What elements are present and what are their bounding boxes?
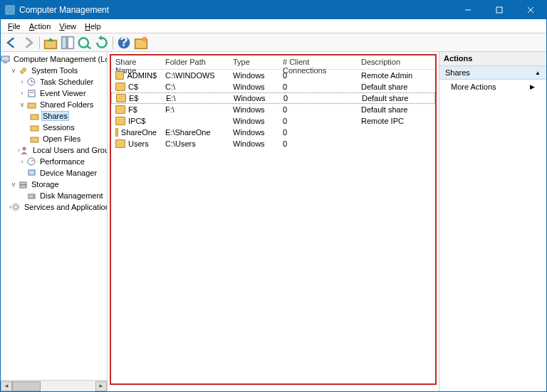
tree-disk-management[interactable]: Disk Management bbox=[1, 190, 107, 201]
tree-root[interactable]: Computer Management (Local bbox=[1, 53, 107, 65]
tree-services-apps[interactable]: › Services and Applications bbox=[1, 201, 107, 213]
scroll-track[interactable] bbox=[12, 381, 95, 391]
scroll-thumb[interactable] bbox=[12, 381, 41, 391]
tree-performance[interactable]: › Performance bbox=[1, 156, 107, 167]
tree-local-users-groups[interactable]: › Local Users and Groups bbox=[1, 144, 107, 156]
up-button[interactable] bbox=[43, 35, 58, 51]
help-button[interactable]: ? bbox=[116, 35, 132, 51]
col-type[interactable]: Type bbox=[229, 55, 278, 69]
svg-line-8 bbox=[87, 46, 90, 48]
openfiles-icon bbox=[29, 134, 39, 144]
expand-icon[interactable]: v bbox=[9, 66, 18, 75]
cell-conn: 0 bbox=[279, 94, 358, 102]
maximize-button[interactable] bbox=[484, 1, 515, 19]
actions-more-label: More Actions bbox=[451, 83, 496, 91]
actions-pane: Actions Shares ▲ More Actions ▶ bbox=[439, 52, 546, 391]
table-row[interactable]: E$E:\Windows0Default share bbox=[111, 92, 435, 104]
menu-view[interactable]: View bbox=[55, 21, 80, 32]
svg-rect-6 bbox=[68, 36, 73, 48]
actions-context[interactable]: Shares ▲ bbox=[439, 66, 546, 80]
svg-point-24 bbox=[23, 147, 26, 150]
new-share-button[interactable] bbox=[133, 35, 149, 51]
content-area: Computer Management (Local v System Tool… bbox=[1, 52, 546, 391]
svg-rect-13 bbox=[1, 56, 9, 61]
svg-rect-29 bbox=[20, 185, 26, 188]
cell-name: ShareOne bbox=[111, 128, 161, 137]
services-icon bbox=[11, 202, 21, 212]
storage-icon bbox=[18, 179, 28, 189]
svg-rect-14 bbox=[4, 62, 7, 63]
expand-icon[interactable]: v bbox=[9, 180, 18, 189]
menubar: File Action View Help bbox=[1, 19, 546, 33]
scroll-left-button[interactable]: ◄ bbox=[1, 381, 12, 391]
performance-icon bbox=[26, 157, 36, 166]
tree-open-files[interactable]: Open Files bbox=[1, 133, 107, 144]
svg-rect-23 bbox=[31, 137, 38, 142]
svg-rect-28 bbox=[20, 182, 26, 185]
shared-folder-icon bbox=[26, 100, 36, 110]
forward-button[interactable] bbox=[21, 35, 36, 51]
col-folder-path[interactable]: Folder Path bbox=[161, 55, 229, 69]
share-folder-icon bbox=[115, 105, 125, 114]
refresh-button[interactable] bbox=[94, 35, 110, 51]
actions-context-label: Shares bbox=[445, 68, 470, 77]
cell-desc: Default share bbox=[357, 83, 435, 91]
table-row[interactable]: ADMIN$C:\WINDOWSWindows0Remote Admin bbox=[111, 70, 435, 81]
expand-icon[interactable]: › bbox=[18, 78, 26, 86]
toolbar-separator bbox=[39, 36, 40, 49]
tree-scrollbar[interactable]: ◄ ► bbox=[1, 380, 107, 391]
share-folder-icon bbox=[115, 71, 124, 80]
svg-rect-21 bbox=[31, 115, 38, 120]
cell-desc: Remote IPC bbox=[357, 117, 435, 125]
menu-file[interactable]: File bbox=[4, 21, 25, 32]
cell-type: Windows bbox=[229, 94, 279, 102]
cell-name: F$ bbox=[111, 105, 161, 114]
cell-conn: 0 bbox=[278, 105, 357, 114]
menu-action[interactable]: Action bbox=[25, 21, 56, 32]
svg-rect-22 bbox=[31, 126, 38, 131]
show-hide-tree-button[interactable] bbox=[60, 35, 75, 51]
titlebar[interactable]: Computer Management bbox=[1, 1, 546, 19]
sessions-icon bbox=[29, 122, 39, 132]
table-row[interactable]: IPC$Windows0Remote IPC bbox=[111, 115, 435, 127]
back-button[interactable] bbox=[4, 35, 19, 51]
col-description[interactable]: Description bbox=[357, 55, 435, 69]
expand-icon[interactable]: › bbox=[18, 157, 26, 166]
tree-task-scheduler[interactable]: › Task Scheduler bbox=[1, 76, 107, 88]
list-header: Share Name Folder Path Type # Client Con… bbox=[111, 55, 435, 70]
svg-point-31 bbox=[33, 196, 34, 197]
scroll-right-button[interactable]: ► bbox=[95, 381, 107, 391]
list-highlight-frame: Share Name Folder Path Type # Client Con… bbox=[110, 54, 437, 385]
table-row[interactable]: C$C:\Windows0Default share bbox=[111, 81, 435, 92]
actions-more[interactable]: More Actions ▶ bbox=[439, 80, 546, 94]
table-row[interactable]: F$F:\Windows0Default share bbox=[111, 104, 435, 115]
col-share-name[interactable]: Share Name bbox=[111, 55, 161, 69]
tree-storage[interactable]: v Storage bbox=[1, 179, 107, 190]
table-row[interactable]: ShareOneE:\ShareOneWindows0 bbox=[111, 127, 435, 138]
tree-system-tools[interactable]: v System Tools bbox=[1, 65, 107, 76]
cell-path: C:\Users bbox=[161, 139, 229, 148]
cell-path: C:\WINDOWS bbox=[161, 71, 229, 80]
table-row[interactable]: UsersC:\UsersWindows0 bbox=[111, 138, 435, 149]
col-client-connections[interactable]: # Client Connections bbox=[278, 55, 357, 69]
cell-name: ADMIN$ bbox=[111, 71, 161, 80]
export-list-button[interactable] bbox=[77, 35, 93, 51]
tree-sessions[interactable]: Sessions bbox=[1, 122, 107, 133]
menu-help[interactable]: Help bbox=[80, 21, 105, 32]
users-icon bbox=[20, 145, 29, 155]
list-body[interactable]: ADMIN$C:\WINDOWSWindows0Remote AdminC$C:… bbox=[111, 70, 435, 149]
cell-type: Windows bbox=[229, 71, 278, 80]
expand-icon[interactable]: v bbox=[18, 100, 26, 109]
expand-icon[interactable]: › bbox=[18, 89, 26, 97]
clock-icon bbox=[26, 77, 36, 87]
minimize-button[interactable] bbox=[452, 1, 484, 19]
cell-path: E:\ShareOne bbox=[161, 128, 229, 137]
tree-shared-folders[interactable]: v Shared Folders bbox=[1, 99, 107, 110]
share-folder-icon bbox=[116, 94, 126, 102]
close-button[interactable] bbox=[515, 1, 546, 19]
tree-pane: Computer Management (Local v System Tool… bbox=[1, 52, 108, 391]
tree-shares[interactable]: Shares bbox=[1, 110, 107, 122]
tree-body[interactable]: Computer Management (Local v System Tool… bbox=[1, 52, 107, 380]
tree-event-viewer[interactable]: › Event Viewer bbox=[1, 88, 107, 99]
tree-device-manager[interactable]: Device Manager bbox=[1, 167, 107, 179]
